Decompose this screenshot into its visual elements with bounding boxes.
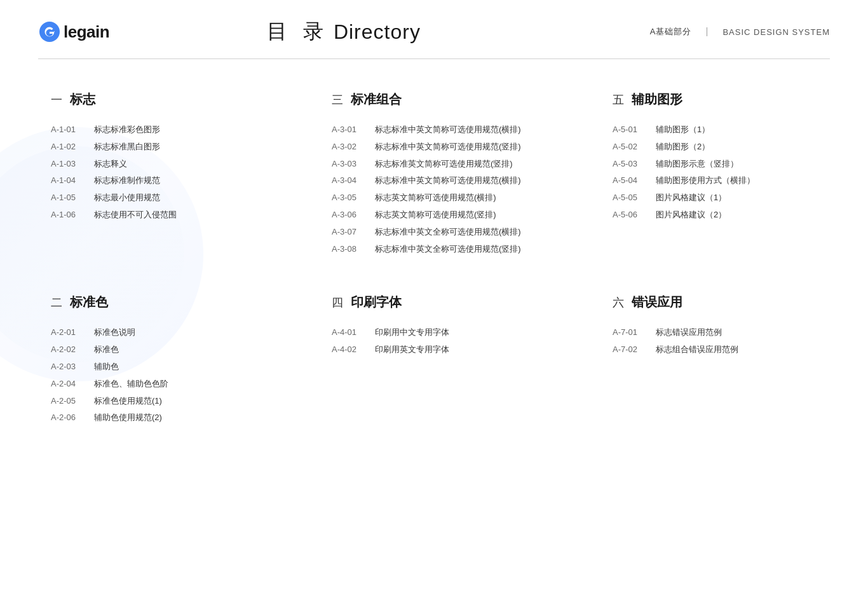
header-divider bbox=[707, 27, 707, 36]
item-label: 辅助色 bbox=[94, 360, 119, 374]
list-item: A-3-02标志标准中英文简称可选使用规范(竖排) bbox=[332, 140, 549, 154]
item-label: 标志标准黑白图形 bbox=[94, 140, 160, 154]
toc-section-s3: 三标准组合A-3-01标志标准中英文简称可选使用规范(横排)A-3-02标志标准… bbox=[319, 91, 549, 256]
item-code: A-3-08 bbox=[332, 243, 370, 256]
title-english: Directory bbox=[334, 20, 421, 44]
item-code: A-5-02 bbox=[613, 140, 651, 154]
logo-text: legain bbox=[64, 22, 109, 42]
section-items-s2: A-2-01标准色说明A-2-02标准色A-2-03辅助色A-2-04标准色、辅… bbox=[51, 326, 268, 425]
item-label: 辅助图形示意（竖排） bbox=[656, 158, 738, 171]
list-item: A-2-06辅助色使用规范(2) bbox=[51, 411, 268, 425]
section-header-s3: 三标准组合 bbox=[332, 91, 549, 113]
item-label: 标准色 bbox=[94, 343, 119, 357]
item-code: A-3-05 bbox=[332, 191, 370, 205]
list-item: A-3-07标志标准中英文全称可选使用规范(横排) bbox=[332, 226, 549, 239]
section-title-s3: 标准组合 bbox=[351, 91, 402, 108]
list-item: A-7-01标志错误应用范例 bbox=[613, 326, 830, 339]
item-code: A-1-03 bbox=[51, 158, 89, 171]
item-label: 标志英文简称可选使用规范(竖排) bbox=[375, 208, 496, 222]
title-area: 目 录 Directory bbox=[153, 18, 650, 46]
item-label: 标志标准中英文全称可选使用规范(竖排) bbox=[375, 243, 521, 256]
header-section-label: A基础部分 bbox=[650, 26, 692, 38]
list-item: A-1-03标志释义 bbox=[51, 158, 268, 171]
item-code: A-2-06 bbox=[51, 411, 89, 425]
toc-section-s1: 一标志A-1-01标志标准彩色图形A-1-02标志标准黑白图形A-1-03标志释… bbox=[38, 91, 268, 256]
item-label: 图片风格建议（1） bbox=[656, 191, 726, 205]
list-item: A-5-04辅助图形使用方式（横排） bbox=[613, 174, 830, 188]
item-code: A-5-05 bbox=[613, 191, 651, 205]
item-code: A-2-02 bbox=[51, 343, 89, 357]
item-code: A-3-02 bbox=[332, 140, 370, 154]
item-label: 辅助图形使用方式（横排） bbox=[656, 174, 755, 188]
item-code: A-2-04 bbox=[51, 378, 89, 391]
list-item: A-3-06标志英文简称可选使用规范(竖排) bbox=[332, 208, 549, 222]
logo-icon bbox=[38, 20, 61, 43]
list-item: A-4-01印刷用中文专用字体 bbox=[332, 326, 549, 339]
item-code: A-5-04 bbox=[613, 174, 651, 188]
item-code: A-1-05 bbox=[51, 191, 89, 205]
item-label: 标志标准中英文简称可选使用规范(横排) bbox=[375, 174, 521, 188]
item-label: 标志错误应用范例 bbox=[656, 326, 722, 339]
section-title-s2: 标准色 bbox=[70, 294, 108, 311]
section-items-s5: A-5-01辅助图形（1）A-5-02辅助图形（2）A-5-03辅助图形示意（竖… bbox=[613, 123, 830, 222]
list-item: A-4-02印刷用英文专用字体 bbox=[332, 343, 549, 357]
item-code: A-3-07 bbox=[332, 226, 370, 239]
section-header-s4: 四印刷字体 bbox=[332, 294, 549, 316]
toc-section-s5: 五辅助图形A-5-01辅助图形（1）A-5-02辅助图形（2）A-5-03辅助图… bbox=[600, 91, 830, 256]
list-item: A-3-03标志标准英文简称可选使用规范(竖排) bbox=[332, 158, 549, 171]
item-label: 标志标准中英文简称可选使用规范(横排) bbox=[375, 123, 521, 137]
toc-section-s6: 六错误应用A-7-01标志错误应用范例A-7-02标志组合错误应用范例 bbox=[600, 294, 830, 425]
list-item: A-5-03辅助图形示意（竖排） bbox=[613, 158, 830, 171]
item-code: A-4-02 bbox=[332, 343, 370, 357]
list-item: A-5-02辅助图形（2） bbox=[613, 140, 830, 154]
item-label: 辅助色使用规范(2) bbox=[94, 411, 162, 425]
toc-section-s4: 四印刷字体A-4-01印刷用中文专用字体A-4-02印刷用英文专用字体 bbox=[319, 294, 549, 425]
list-item: A-3-04标志标准中英文简称可选使用规范(横排) bbox=[332, 174, 549, 188]
header-right: A基础部分 BASIC DESIGN SYSTEM bbox=[650, 26, 830, 38]
item-code: A-5-03 bbox=[613, 158, 651, 171]
list-item: A-1-06标志使用不可入侵范围 bbox=[51, 208, 268, 222]
item-label: 标准色、辅助色色阶 bbox=[94, 378, 168, 391]
item-label: 标志标准制作规范 bbox=[94, 174, 160, 188]
list-item: A-1-04标志标准制作规范 bbox=[51, 174, 268, 188]
section-items-s6: A-7-01标志错误应用范例A-7-02标志组合错误应用范例 bbox=[613, 326, 830, 357]
item-label: 标准色说明 bbox=[94, 326, 135, 339]
item-code: A-1-06 bbox=[51, 208, 89, 222]
header-subsystem-label: BASIC DESIGN SYSTEM bbox=[722, 27, 830, 37]
item-code: A-2-03 bbox=[51, 360, 89, 374]
list-item: A-1-05标志最小使用规范 bbox=[51, 191, 268, 205]
list-item: A-2-01标准色说明 bbox=[51, 326, 268, 339]
list-item: A-2-04标准色、辅助色色阶 bbox=[51, 378, 268, 391]
item-label: 印刷用中文专用字体 bbox=[375, 326, 449, 339]
item-label: 标志标准中英文简称可选使用规范(竖排) bbox=[375, 140, 521, 154]
item-code: A-3-01 bbox=[332, 123, 370, 137]
list-item: A-3-08标志标准中英文全称可选使用规范(竖排) bbox=[332, 243, 549, 256]
item-code: A-3-04 bbox=[332, 174, 370, 188]
title-chinese: 目 录 bbox=[267, 18, 329, 46]
list-item: A-3-01标志标准中英文简称可选使用规范(横排) bbox=[332, 123, 549, 137]
section-num-s4: 四 bbox=[332, 295, 343, 310]
item-label: 辅助图形（1） bbox=[656, 123, 710, 137]
section-title-s1: 标志 bbox=[70, 91, 95, 108]
list-item: A-5-06图片风格建议（2） bbox=[613, 208, 830, 222]
item-code: A-2-05 bbox=[51, 395, 89, 408]
toc-section-s2: 二标准色A-2-01标准色说明A-2-02标准色A-2-03辅助色A-2-04标… bbox=[38, 294, 268, 425]
item-label: 图片风格建议（2） bbox=[656, 208, 726, 222]
item-label: 标准色使用规范(1) bbox=[94, 395, 162, 408]
header: legain 目 录 Directory A基础部分 BASIC DESIGN … bbox=[0, 0, 868, 46]
item-label: 标志组合错误应用范例 bbox=[656, 343, 738, 357]
item-label: 标志英文简称可选使用规范(横排) bbox=[375, 191, 496, 205]
section-num-s6: 六 bbox=[613, 295, 624, 310]
section-title-s4: 印刷字体 bbox=[351, 294, 402, 311]
item-code: A-2-01 bbox=[51, 326, 89, 339]
section-header-s1: 一标志 bbox=[51, 91, 268, 113]
section-title-s6: 错误应用 bbox=[632, 294, 682, 311]
section-items-s3: A-3-01标志标准中英文简称可选使用规范(横排)A-3-02标志标准中英文简称… bbox=[332, 123, 549, 256]
item-code: A-5-06 bbox=[613, 208, 651, 222]
item-label: 标志标准彩色图形 bbox=[94, 123, 160, 137]
item-label: 印刷用英文专用字体 bbox=[375, 343, 449, 357]
item-code: A-5-01 bbox=[613, 123, 651, 137]
toc-grid: 一标志A-1-01标志标准彩色图形A-1-02标志标准黑白图形A-1-03标志释… bbox=[38, 91, 830, 425]
section-num-s1: 一 bbox=[51, 92, 62, 107]
section-num-s3: 三 bbox=[332, 92, 343, 107]
